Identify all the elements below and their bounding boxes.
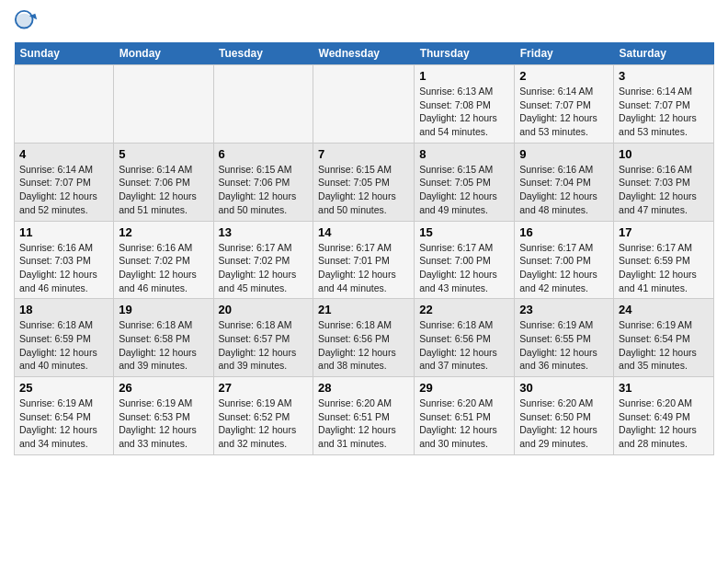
day-info: Sunrise: 6:17 AM Sunset: 7:01 PM Dayligh… (318, 241, 409, 295)
day-number: 16 (519, 225, 609, 239)
day-info: Sunrise: 6:19 AM Sunset: 6:52 PM Dayligh… (219, 396, 309, 451)
week-row-5: 25Sunrise: 6:19 AM Sunset: 6:54 PM Dayli… (15, 377, 714, 455)
calendar-cell: 7Sunrise: 6:15 AM Sunset: 7:05 PM Daylig… (313, 143, 415, 221)
day-number: 15 (419, 225, 509, 239)
day-number: 23 (519, 303, 609, 316)
day-info: Sunrise: 6:13 AM Sunset: 7:08 PM Dayligh… (419, 85, 509, 139)
day-info: Sunrise: 6:14 AM Sunset: 7:07 PM Dayligh… (619, 85, 709, 139)
calendar-cell: 30Sunrise: 6:20 AM Sunset: 6:50 PM Dayli… (515, 377, 614, 455)
calendar-cell: 9Sunrise: 6:16 AM Sunset: 7:04 PM Daylig… (515, 143, 614, 221)
day-info: Sunrise: 6:14 AM Sunset: 7:06 PM Dayligh… (119, 163, 208, 217)
week-row-1: 1Sunrise: 6:13 AM Sunset: 7:08 PM Daylig… (15, 65, 714, 144)
week-row-4: 18Sunrise: 6:18 AM Sunset: 6:59 PM Dayli… (15, 299, 714, 377)
calendar-cell: 22Sunrise: 6:18 AM Sunset: 6:56 PM Dayli… (415, 299, 515, 377)
day-number: 30 (519, 381, 609, 395)
calendar-cell: 17Sunrise: 6:17 AM Sunset: 6:59 PM Dayli… (614, 221, 714, 299)
day-header-friday: Friday (515, 42, 614, 65)
day-info: Sunrise: 6:19 AM Sunset: 6:55 PM Dayligh… (519, 318, 609, 373)
day-info: Sunrise: 6:16 AM Sunset: 7:03 PM Dayligh… (19, 241, 108, 295)
week-row-2: 4Sunrise: 6:14 AM Sunset: 7:07 PM Daylig… (15, 143, 714, 221)
day-number: 7 (318, 147, 409, 161)
day-info: Sunrise: 6:16 AM Sunset: 7:02 PM Dayligh… (119, 241, 208, 295)
header-row: SundayMondayTuesdayWednesdayThursdayFrid… (15, 42, 714, 65)
day-number: 12 (119, 225, 208, 239)
day-number: 9 (519, 147, 609, 161)
day-info: Sunrise: 6:17 AM Sunset: 7:02 PM Dayligh… (219, 241, 309, 295)
calendar-cell: 2Sunrise: 6:14 AM Sunset: 7:07 PM Daylig… (515, 65, 614, 144)
day-info: Sunrise: 6:15 AM Sunset: 7:05 PM Dayligh… (419, 163, 509, 217)
day-header-saturday: Saturday (614, 42, 714, 65)
day-number: 14 (318, 225, 409, 239)
calendar-cell: 20Sunrise: 6:18 AM Sunset: 6:57 PM Dayli… (213, 299, 313, 377)
calendar-cell: 16Sunrise: 6:17 AM Sunset: 7:00 PM Dayli… (515, 221, 614, 299)
calendar-cell: 4Sunrise: 6:14 AM Sunset: 7:07 PM Daylig… (15, 143, 114, 221)
logo (14, 9, 43, 35)
day-info: Sunrise: 6:18 AM Sunset: 6:58 PM Dayligh… (119, 318, 208, 373)
day-number: 1 (419, 69, 509, 83)
day-number: 21 (318, 303, 409, 316)
day-number: 5 (119, 147, 208, 161)
day-number: 2 (519, 69, 609, 83)
calendar-cell: 5Sunrise: 6:14 AM Sunset: 7:06 PM Daylig… (114, 143, 213, 221)
day-info: Sunrise: 6:18 AM Sunset: 6:57 PM Dayligh… (219, 318, 309, 373)
day-info: Sunrise: 6:15 AM Sunset: 7:06 PM Dayligh… (219, 163, 309, 217)
day-info: Sunrise: 6:16 AM Sunset: 7:04 PM Dayligh… (519, 163, 609, 217)
day-number: 28 (318, 381, 409, 395)
day-info: Sunrise: 6:19 AM Sunset: 6:53 PM Dayligh… (119, 396, 208, 451)
calendar-cell: 23Sunrise: 6:19 AM Sunset: 6:55 PM Dayli… (515, 299, 614, 377)
day-number: 29 (419, 381, 509, 395)
calendar-cell: 1Sunrise: 6:13 AM Sunset: 7:08 PM Daylig… (415, 65, 515, 144)
calendar-cell: 31Sunrise: 6:20 AM Sunset: 6:49 PM Dayli… (614, 377, 714, 455)
day-info: Sunrise: 6:18 AM Sunset: 6:56 PM Dayligh… (419, 318, 509, 373)
day-number: 20 (219, 303, 309, 316)
header (14, 9, 714, 35)
day-number: 17 (619, 225, 709, 239)
day-number: 24 (619, 303, 709, 316)
calendar-table: SundayMondayTuesdayWednesdayThursdayFrid… (14, 42, 714, 455)
calendar-cell: 24Sunrise: 6:19 AM Sunset: 6:54 PM Dayli… (614, 299, 714, 377)
day-number: 31 (619, 381, 709, 395)
calendar-cell: 26Sunrise: 6:19 AM Sunset: 6:53 PM Dayli… (114, 377, 213, 455)
calendar-cell: 13Sunrise: 6:17 AM Sunset: 7:02 PM Dayli… (213, 221, 313, 299)
day-info: Sunrise: 6:17 AM Sunset: 7:00 PM Dayligh… (419, 241, 509, 295)
day-number: 22 (419, 303, 509, 316)
day-header-tuesday: Tuesday (213, 42, 313, 65)
day-info: Sunrise: 6:17 AM Sunset: 6:59 PM Dayligh… (619, 241, 709, 295)
day-number: 13 (219, 225, 309, 239)
calendar-cell: 19Sunrise: 6:18 AM Sunset: 6:58 PM Dayli… (114, 299, 213, 377)
day-number: 27 (219, 381, 309, 395)
day-header-monday: Monday (114, 42, 213, 65)
calendar-cell: 8Sunrise: 6:15 AM Sunset: 7:05 PM Daylig… (415, 143, 515, 221)
day-header-wednesday: Wednesday (313, 42, 415, 65)
day-info: Sunrise: 6:14 AM Sunset: 7:07 PM Dayligh… (519, 85, 609, 139)
calendar-cell (114, 65, 213, 144)
calendar-cell: 15Sunrise: 6:17 AM Sunset: 7:00 PM Dayli… (415, 221, 515, 299)
day-number: 19 (119, 303, 208, 316)
day-info: Sunrise: 6:15 AM Sunset: 7:05 PM Dayligh… (318, 163, 409, 217)
calendar-cell: 21Sunrise: 6:18 AM Sunset: 6:56 PM Dayli… (313, 299, 415, 377)
calendar-cell: 12Sunrise: 6:16 AM Sunset: 7:02 PM Dayli… (114, 221, 213, 299)
day-info: Sunrise: 6:16 AM Sunset: 7:03 PM Dayligh… (619, 163, 709, 217)
week-row-3: 11Sunrise: 6:16 AM Sunset: 7:03 PM Dayli… (15, 221, 714, 299)
calendar-cell (213, 65, 313, 144)
day-info: Sunrise: 6:20 AM Sunset: 6:49 PM Dayligh… (619, 396, 709, 451)
day-info: Sunrise: 6:20 AM Sunset: 6:51 PM Dayligh… (419, 396, 509, 451)
calendar-cell (15, 65, 114, 144)
day-info: Sunrise: 6:14 AM Sunset: 7:07 PM Dayligh… (19, 163, 108, 217)
day-number: 11 (19, 225, 108, 239)
day-info: Sunrise: 6:20 AM Sunset: 6:51 PM Dayligh… (318, 396, 409, 451)
calendar-cell: 6Sunrise: 6:15 AM Sunset: 7:06 PM Daylig… (213, 143, 313, 221)
day-info: Sunrise: 6:17 AM Sunset: 7:00 PM Dayligh… (519, 241, 609, 295)
day-header-sunday: Sunday (15, 42, 114, 65)
day-number: 6 (219, 147, 309, 161)
logo-icon (14, 9, 40, 35)
day-number: 8 (419, 147, 509, 161)
day-number: 25 (19, 381, 108, 395)
day-info: Sunrise: 6:18 AM Sunset: 6:59 PM Dayligh… (19, 318, 108, 373)
day-header-thursday: Thursday (415, 42, 515, 65)
calendar-cell (313, 65, 415, 144)
calendar-cell: 27Sunrise: 6:19 AM Sunset: 6:52 PM Dayli… (213, 377, 313, 455)
calendar-cell: 14Sunrise: 6:17 AM Sunset: 7:01 PM Dayli… (313, 221, 415, 299)
day-info: Sunrise: 6:20 AM Sunset: 6:50 PM Dayligh… (519, 396, 609, 451)
day-number: 18 (19, 303, 108, 316)
